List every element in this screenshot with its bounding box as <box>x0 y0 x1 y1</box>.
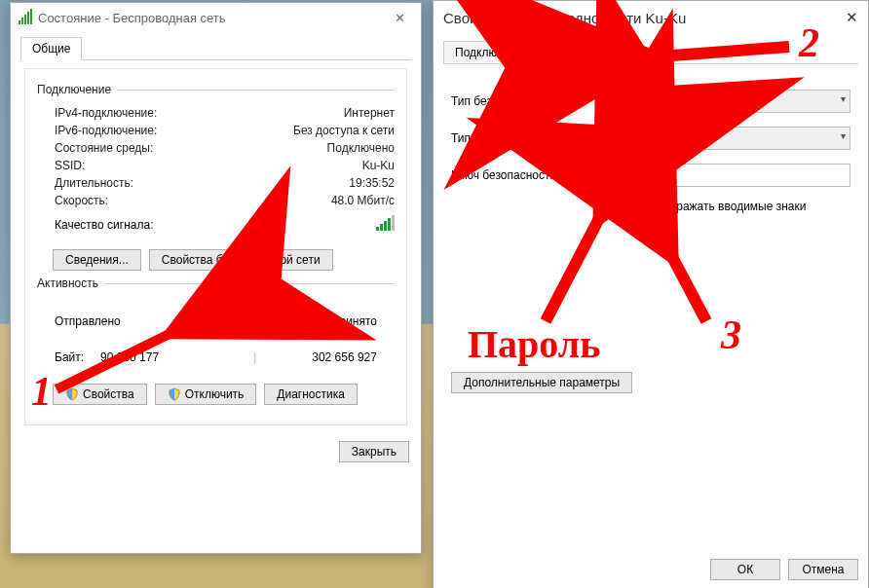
close-icon[interactable]: ✕ <box>387 7 413 29</box>
security-type-value: WPA2-Personal <box>614 94 696 108</box>
properties-title: Свойства беспроводной сети Ku-Ku <box>443 10 686 26</box>
security-type-select[interactable]: WPA2-Personal ▾ <box>607 90 850 113</box>
network-key-input[interactable] <box>607 164 850 187</box>
close-button[interactable]: Закрыть <box>339 441 409 462</box>
ssid-value: Ku-Ku <box>362 159 395 172</box>
security-panel: Тип безопасности: WPA2-Personal ▾ Тип ши… <box>434 64 868 403</box>
close-icon[interactable]: ✕ <box>846 9 858 26</box>
duration-value: 19:35:52 <box>349 176 395 190</box>
chevron-down-icon: ▾ <box>841 130 846 141</box>
bytes-recv-value: 302 656 927 <box>312 350 377 364</box>
svg-rect-1 <box>223 315 243 329</box>
bytes-divider: | <box>253 350 256 364</box>
shield-icon <box>168 387 181 401</box>
advanced-settings-button[interactable]: Дополнительные параметры <box>451 372 632 393</box>
speed-value: 48.0 Мбит/с <box>331 194 395 207</box>
details-button[interactable]: Сведения... <box>53 249 141 271</box>
svg-rect-4 <box>236 331 238 336</box>
signal-icon <box>19 9 32 27</box>
signal-bars-icon <box>19 9 32 24</box>
show-characters-checkbox[interactable] <box>626 200 640 213</box>
disable-button[interactable]: Отключить <box>155 384 257 405</box>
ipv6-key: IPv6-подключение: <box>55 124 157 137</box>
bytes-label: Байт: <box>55 350 84 364</box>
signal-quality-label: Качество сигнала: <box>55 218 153 232</box>
bytes-sent-value: 90 360 177 <box>100 350 159 364</box>
properties-window: Свойства беспроводной сети Ku-Ku ✕ Подкл… <box>433 0 869 588</box>
cancel-button[interactable]: Отмена <box>788 559 858 580</box>
disable-button-label: Отключить <box>185 387 245 401</box>
media-state-value: Подключено <box>327 141 395 155</box>
sent-label: Отправлено <box>55 314 121 328</box>
svg-rect-3 <box>233 331 235 334</box>
encryption-value: AES <box>614 131 637 145</box>
svg-rect-5 <box>239 329 241 336</box>
speed-key: Скорость: <box>55 194 108 207</box>
group-activity-label: Активность <box>37 276 98 290</box>
properties-button[interactable]: Свойства <box>53 384 147 405</box>
ssid-key: SSID: <box>55 159 85 172</box>
encryption-select[interactable]: AES ▾ <box>607 127 850 150</box>
shield-icon <box>65 387 79 401</box>
status-window: Состояние - Беспроводная сеть ✕ Общие По… <box>10 2 422 554</box>
properties-tabs: Подключение Безопасность <box>443 40 858 64</box>
tab-security[interactable]: Безопасность <box>541 41 639 64</box>
ok-button[interactable]: ОК <box>710 559 780 580</box>
group-connection-label: Подключение <box>37 83 111 96</box>
duration-key: Длительность: <box>55 176 133 190</box>
security-type-label: Тип безопасности: <box>451 94 607 108</box>
network-key-label: Ключ безопасности сети <box>451 168 607 182</box>
signal-quality-icon <box>376 215 395 234</box>
tab-general[interactable]: Общие <box>20 37 82 60</box>
received-label: Принято <box>331 314 377 328</box>
diagnostics-button[interactable]: Диагностика <box>264 384 358 405</box>
status-panel: Подключение IPv4-подключение:Интернет IP… <box>24 68 407 425</box>
tab-connection[interactable]: Подключение <box>443 41 541 64</box>
ipv6-value: Без доступа к сети <box>293 124 395 137</box>
status-tabs: Общие <box>20 36 411 60</box>
wireless-properties-button[interactable]: Свойства беспроводной сети <box>149 249 333 271</box>
activity-icon <box>206 304 246 339</box>
properties-button-label: Свойства <box>83 387 134 401</box>
ipv4-value: Интернет <box>344 106 395 120</box>
status-title: Состояние - Беспроводная сеть <box>38 11 226 25</box>
media-state-key: Состояние среды: <box>55 141 153 155</box>
show-characters-label: Отображать вводимые знаки <box>649 200 806 213</box>
properties-titlebar[interactable]: Свойства беспроводной сети Ku-Ku ✕ <box>434 1 868 34</box>
computers-icon <box>206 304 246 339</box>
chevron-down-icon: ▾ <box>841 93 846 104</box>
ipv4-key: IPv4-подключение: <box>55 106 157 120</box>
encryption-label: Тип шифрования: <box>451 131 607 145</box>
status-titlebar[interactable]: Состояние - Беспроводная сеть ✕ <box>11 3 421 32</box>
